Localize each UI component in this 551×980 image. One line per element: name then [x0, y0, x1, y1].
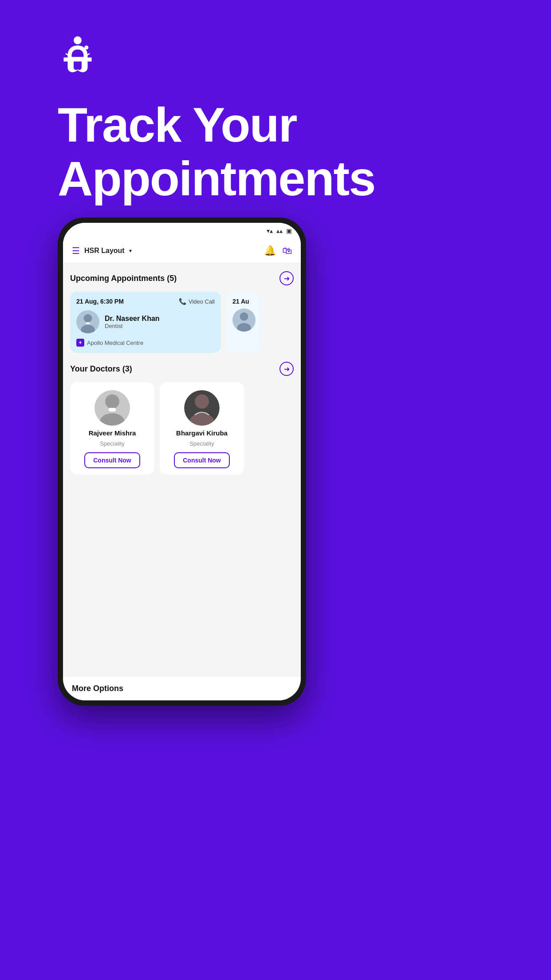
appointments-scroll: 21 Aug, 6:30 PM 📞 Video Call — [70, 292, 294, 353]
doctor-card-specialty-2: Speciality — [189, 440, 214, 447]
doctors-scroll: Rajveer Mishra Speciality Consult Now — [70, 382, 294, 474]
appointments-arrow-button[interactable]: ➜ — [279, 271, 294, 285]
appt-top-1: 21 Aug, 6:30 PM 📞 Video Call — [76, 298, 215, 305]
scroll-content: Upcoming Appointments (5) ➜ 21 Aug, 6:30… — [63, 263, 301, 677]
app-header: ☰ HSR Layout ▾ 🔔 🛍 — [63, 239, 301, 263]
hero-title: Track Your Appointments — [58, 98, 375, 205]
appt-doctor-1: Dr. Naseer Khan Dentist — [76, 310, 215, 333]
header-icons: 🔔 🛍 — [264, 245, 292, 257]
appt-clinic-1: + Apollo Medical Centre — [76, 339, 215, 347]
doctors-section: Your Doctors (3) ➜ — [70, 362, 294, 474]
more-options-label: More Options — [72, 684, 123, 693]
doctor-specialty-1: Dentist — [105, 323, 160, 329]
doctor-card-specialty-1: Speciality — [100, 440, 125, 447]
doctor-info-1: Dr. Naseer Khan Dentist — [105, 315, 160, 329]
clinic-plus-icon: + — [76, 339, 84, 347]
clinic-name-1: Apollo Medical Centre — [87, 340, 143, 346]
doctor-card-avatar-1 — [94, 390, 130, 426]
svg-rect-5 — [86, 322, 90, 324]
partial-avatar-2 — [232, 308, 256, 332]
video-call-icon: 📞 — [179, 298, 186, 305]
doctor-card-1: Rajveer Mishra Speciality Consult Now — [70, 382, 154, 474]
svg-point-0 — [74, 36, 82, 44]
accessibility-icon — [58, 36, 98, 75]
doctor-name-1: Dr. Naseer Khan — [105, 315, 160, 323]
consult-now-button-2[interactable]: Consult Now — [174, 452, 230, 468]
doctor-card-name-2: Bhargavi Kiruba — [176, 429, 228, 437]
svg-rect-12 — [109, 408, 116, 411]
partial-date-2: 21 Au — [232, 298, 256, 305]
doctors-arrow-button[interactable]: ➜ — [279, 362, 294, 376]
doctor-card-name-1: Rajveer Mishra — [89, 429, 136, 437]
svg-point-7 — [240, 312, 248, 321]
phone-screen: ▾▴ ▴▴ ▣ ☰ HSR Layout ▾ 🔔 🛍 — [63, 223, 301, 700]
doctors-section-header: Your Doctors (3) ➜ — [70, 362, 294, 376]
svg-point-10 — [105, 395, 119, 409]
phone-shell: ▾▴ ▴▴ ▣ ☰ HSR Layout ▾ 🔔 🛍 — [58, 217, 306, 706]
signal-icon: ▾▴ — [267, 227, 273, 234]
appt-type-label: Video Call — [189, 298, 215, 305]
doctor-card-2: Bhargavi Kiruba Speciality Consult Now — [160, 382, 244, 474]
svg-point-14 — [195, 395, 209, 409]
header-left: ☰ HSR Layout ▾ — [72, 245, 132, 256]
appointment-card-2-partial: 21 Au — [226, 292, 262, 353]
appt-type-1: 📞 Video Call — [179, 298, 215, 305]
svg-point-1 — [84, 46, 88, 50]
doctor-card-avatar-2 — [184, 390, 220, 426]
svg-point-3 — [84, 314, 92, 323]
doctors-title: Your Doctors (3) — [70, 364, 132, 374]
phone-mockup: ▾▴ ▴▴ ▣ ☰ HSR Layout ▾ 🔔 🛍 — [58, 217, 306, 950]
appointment-card-1[interactable]: 21 Aug, 6:30 PM 📞 Video Call — [70, 292, 221, 353]
battery-icon: ▣ — [286, 227, 292, 234]
consult-now-button-1[interactable]: Consult Now — [84, 452, 140, 468]
hamburger-icon[interactable]: ☰ — [72, 245, 80, 256]
appointments-section-header: Upcoming Appointments (5) ➜ — [70, 271, 294, 285]
doctor-avatar-1 — [76, 310, 99, 333]
cart-icon[interactable]: 🛍 — [282, 245, 292, 257]
more-options-bar: More Options — [63, 677, 301, 700]
network-icon: ▴▴ — [276, 227, 283, 234]
appointments-title: Upcoming Appointments (5) — [70, 274, 177, 283]
location-text[interactable]: HSR Layout — [84, 247, 125, 255]
notification-icon[interactable]: 🔔 — [264, 245, 276, 257]
status-bar: ▾▴ ▴▴ ▣ — [63, 223, 301, 239]
chevron-down-icon[interactable]: ▾ — [129, 248, 132, 254]
appt-date-1: 21 Aug, 6:30 PM — [76, 298, 124, 305]
